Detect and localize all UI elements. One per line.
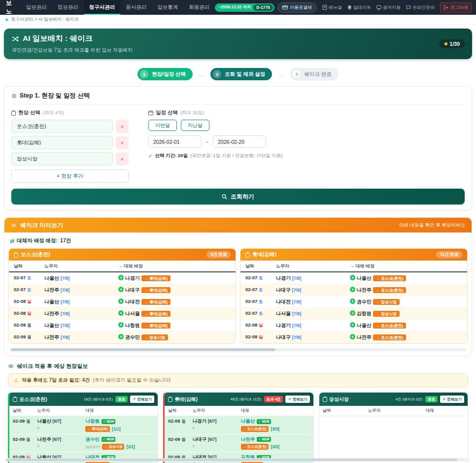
substitute-cell: + 나서울→ 롯데(김해) xyxy=(113,308,236,320)
dest-site-badge: → 장성시장 xyxy=(141,334,168,340)
ratio-label: [3/3] xyxy=(271,427,279,431)
main-menu: 일보관리정보관리청구서관리문서관리일보통계회원관리 xyxy=(21,0,215,15)
shuffle-icon xyxy=(12,36,19,42)
end-date-input[interactable] xyxy=(213,135,266,148)
selected-site: 장성시장 xyxy=(11,152,113,165)
util-manual-button[interactable]: 메뉴얼 xyxy=(320,3,344,12)
usage-count: 1/30 xyxy=(450,41,460,47)
preview-card: 롯데(김해)11건 변경날짜노무자→ 대체 배정02-07 토나경기 [7/8]… xyxy=(240,248,468,344)
nav-item[interactable]: 회원관리 xyxy=(183,0,215,15)
result-card: 포스코(춘천)18건 (쉐이크 6건)완료↗전체보기날짜노무자대체02-09 월… xyxy=(8,392,158,463)
add-site-button[interactable]: + 현장 추가 xyxy=(11,169,129,183)
column-header: → 대체 배정 xyxy=(113,261,236,272)
date-cell: 02-08 일 xyxy=(9,296,39,308)
eye-icon xyxy=(8,364,14,368)
preview-note: 아래 내용을 확인 후 확정하세요 xyxy=(399,222,465,229)
result-row: 02-09 월나전주 [6/7]0권수민✓ NEW(831227)→ 장성시장[… xyxy=(9,434,158,452)
view-all-button[interactable]: ↗전체보기 xyxy=(285,396,309,403)
plus-icon: + xyxy=(118,275,124,280)
column-header: 노무자 xyxy=(39,261,113,272)
page-subtitle: 국민연금/건강보험 7일 초과 체크를 위한 일보 자동배치 xyxy=(12,47,464,54)
quick-range-button[interactable]: 이번달 xyxy=(148,120,177,131)
nav-item[interactable]: 일보관리 xyxy=(21,0,52,15)
result-card-header: 롯데(김해)45건 (쉐이크 11건)초과 4건↗전체보기 xyxy=(165,393,313,406)
date-cell: 02-09 월 xyxy=(9,331,39,343)
date-range-separator: - xyxy=(206,137,208,146)
step-3-pill: 3쉐이크 완료 xyxy=(290,68,338,80)
horizontal-scrollbar[interactable] xyxy=(5,458,470,462)
worker-cell: 나전주 [7/8] xyxy=(39,284,113,296)
scrollbar-thumb[interactable] xyxy=(6,459,457,461)
nav-item[interactable]: 정보관리 xyxy=(52,0,84,15)
clipboard-icon xyxy=(323,397,327,402)
worker-cell: 나울산 [7/8] xyxy=(39,320,113,331)
nav-item[interactable]: 일보통계 xyxy=(152,0,183,15)
worker-cell: 나울산 [7/8] xyxy=(39,272,113,284)
remove-site-button[interactable]: × xyxy=(116,152,129,165)
range-summary-rest: (국민연금: 1일 기준 / 건강보험: 기산일 기준) xyxy=(190,153,282,159)
payment-button[interactable]: 이용료결제 xyxy=(277,2,317,13)
plus-icon: + xyxy=(350,310,355,316)
view-all-button[interactable]: ↗전체보기 xyxy=(440,396,464,403)
util-label: 온라인문의 xyxy=(412,4,435,11)
worker-cell: 나경기 [7/8] xyxy=(271,272,345,284)
dest-site-badge: → 장성시장 xyxy=(102,444,124,450)
column-header: 대체 xyxy=(422,406,468,416)
new-badge: ✓ NEW xyxy=(102,419,115,424)
search-button[interactable]: 조회하기 xyxy=(11,189,465,204)
horizontal-scrollbar[interactable] xyxy=(10,348,466,351)
column-header: 노무자 xyxy=(189,406,238,416)
start-date-input[interactable] xyxy=(148,135,202,148)
logout-button[interactable]: 로그아웃 xyxy=(440,2,472,13)
dest-site-badge: → 장성시장 xyxy=(373,311,400,317)
util-remote-button[interactable]: 원격지원 xyxy=(374,3,403,12)
new-badge: ✓ NEW xyxy=(257,419,271,424)
preview-header: 쉐이크 미리보기 아래 내용을 확인 후 확정하세요 xyxy=(4,218,472,232)
usage-badge: 1/30 xyxy=(439,39,465,48)
step-number: 3 xyxy=(292,70,301,78)
nav-item[interactable]: 청구서관리 xyxy=(84,0,121,15)
worker-cell: 나울산 [6/7]0 xyxy=(34,416,82,434)
view-all-button[interactable]: ↗전체보기 xyxy=(130,396,154,403)
preview-row: 02-09 월나울산 [7/8]+ 나창원→ 롯데(김해) xyxy=(9,320,236,331)
worker-sub: 0 xyxy=(37,444,78,448)
date-cell: 02-07 토 xyxy=(240,272,271,284)
breadcrumb-path: 청구서관리 > AI 일보배치 : 쉐이크 xyxy=(11,16,78,23)
dest-site-badge: → 포스코(춘천) xyxy=(373,334,407,340)
quick-range-buttons: 이번달지난달 xyxy=(148,120,465,131)
remove-site-button[interactable]: × xyxy=(116,120,129,133)
preview-row: 02-08 일나경기 [7/8]+ 나울산→ 포스코(춘천) xyxy=(240,320,467,331)
close-icon: × xyxy=(121,156,124,162)
scrollbar-thumb[interactable] xyxy=(11,348,275,351)
eye-icon xyxy=(11,223,17,228)
date-cell: 02-07 토 xyxy=(240,308,271,320)
plus-icon: + xyxy=(118,287,124,292)
result-table: 날짜노무자대체 xyxy=(319,406,468,416)
substitute-cell: + 권수민→ 장성시장 xyxy=(113,331,236,343)
worker-cell: 나대전 [7/8] xyxy=(271,296,345,308)
worker-cell: 나전주 [7/8] xyxy=(39,308,113,320)
expand-icon: ↗ xyxy=(442,397,445,401)
nav-item[interactable]: 문서관리 xyxy=(120,0,152,15)
date-cell: 02-07 토 xyxy=(240,296,271,308)
preview-cards: 포스코(춘천)6건 변경날짜노무자→ 대체 배정02-07 토나울산 [7/8]… xyxy=(8,248,468,344)
dest-site-badge: → 포스코(춘천) xyxy=(373,287,407,293)
worker-sub: 0 xyxy=(193,444,234,448)
quick-range-button[interactable]: 지난달 xyxy=(181,120,209,131)
utility-menu: 메뉴얼업데이트원격지원온라인문의 xyxy=(320,3,437,12)
new-badge: ✓ NEW xyxy=(257,437,271,442)
util-update-button[interactable]: 업데이트 xyxy=(345,3,374,12)
worker-cell: 나서울 [7/8] xyxy=(271,308,345,320)
site-name: 롯데(김해) xyxy=(252,251,276,258)
util-inquiry-button[interactable]: 온라인문의 xyxy=(404,3,437,12)
dest-site-badge: → 롯데(김해) xyxy=(141,299,171,305)
date-cell: 02-07 토 xyxy=(240,284,271,296)
page-header: AI 일보배치 : 쉐이크 국민연금/건강보험 7일 초과 체크를 위한 일보 … xyxy=(4,29,472,59)
selected-site: 롯데(김해) xyxy=(11,136,113,149)
column-header: 날짜 xyxy=(9,406,34,416)
site-select-panel: 현장 선택 (최대 4개) 포스코(춘천)×롯데(김해)×장성시장× + 현장 … xyxy=(11,109,129,183)
remove-site-button[interactable]: × xyxy=(116,136,129,149)
date-cell: 02-07 토 xyxy=(9,272,39,284)
step-label: 쉐이크 완료 xyxy=(304,71,331,78)
date-cell: 02-09 월 xyxy=(165,416,189,434)
